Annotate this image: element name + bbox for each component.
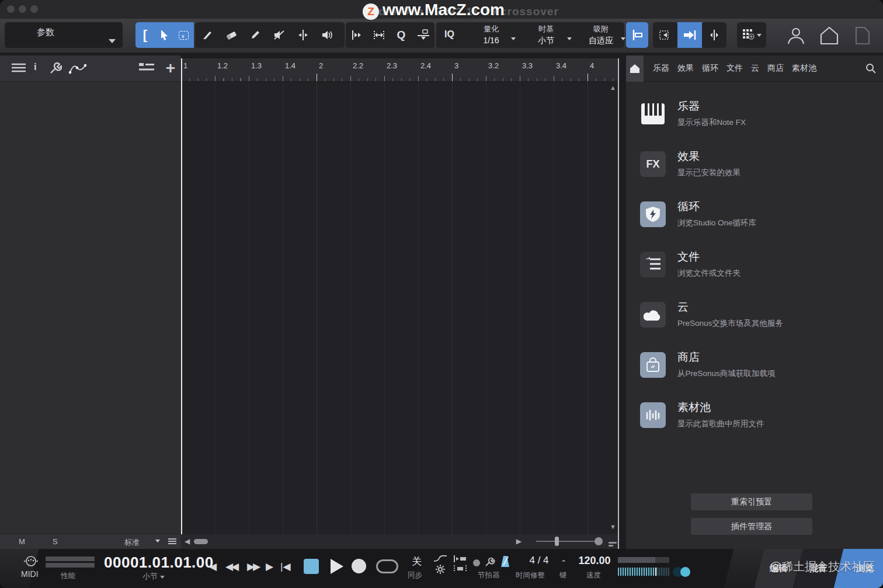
- scroll-up-arrow[interactable]: ▲: [610, 84, 616, 91]
- quantize-select[interactable]: 量化1/16: [470, 24, 512, 45]
- tab-pool[interactable]: 素材池: [792, 63, 816, 74]
- sync-state[interactable]: 关: [412, 555, 422, 568]
- timebase-select[interactable]: 时基小节: [525, 24, 567, 46]
- record-button[interactable]: [352, 559, 366, 573]
- browser-item-files[interactable]: 文件 浏览文件或文件夹: [640, 247, 874, 288]
- tempo-track-settings-icons[interactable]: [433, 555, 447, 574]
- reindex-presets-button[interactable]: 重索引预置: [691, 493, 812, 510]
- scroll-left-arrow[interactable]: ◀: [185, 537, 190, 545]
- snap-select[interactable]: 吸附自适应: [578, 24, 624, 46]
- key-value[interactable]: -: [558, 555, 569, 566]
- chevron-down-icon[interactable]: [511, 37, 516, 40]
- performance-label[interactable]: 性能: [61, 571, 75, 581]
- range-tool-icon[interactable]: x: [174, 22, 193, 48]
- play-button[interactable]: [331, 559, 343, 574]
- zoom-slider-handle[interactable]: [555, 537, 559, 546]
- scroll-right-arrow[interactable]: ▶: [516, 537, 522, 545]
- zoom-slider[interactable]: [536, 541, 600, 542]
- mute-all-button[interactable]: M: [19, 537, 25, 546]
- return-to-start-button[interactable]: |◀: [280, 561, 291, 573]
- zoom-slider-knob[interactable]: [595, 537, 603, 545]
- bracket-tool-icon[interactable]: [: [135, 22, 155, 48]
- timestretch-icon[interactable]: [368, 22, 390, 48]
- inspector-icon[interactable]: i: [34, 61, 37, 73]
- follow-cursor-button[interactable]: [677, 22, 702, 48]
- macro-grid-dropdown[interactable]: [737, 22, 766, 48]
- listen-tool-icon[interactable]: [315, 22, 339, 48]
- zoom-preset-icons[interactable]: [609, 541, 617, 548]
- track-edit-view-button[interactable]: [653, 22, 677, 48]
- zoom-window-button[interactable]: [30, 5, 38, 13]
- metronome-icon[interactable]: [499, 555, 512, 569]
- time-display[interactable]: 00001.01.01.00: [104, 554, 203, 572]
- marker-precount-icons[interactable]: [453, 555, 467, 573]
- user-account-icon[interactable]: [786, 26, 806, 48]
- midi-monitor-icon[interactable]: [23, 556, 39, 569]
- browser-item-effects[interactable]: FX 效果 显示已安装的效果: [640, 147, 874, 187]
- next-bar-button[interactable]: ▶: [266, 561, 272, 573]
- shield-bolt-icon: [640, 201, 666, 227]
- chevron-down-icon[interactable]: [621, 37, 625, 40]
- tempo-value[interactable]: 120.00: [575, 555, 614, 567]
- monitor-toggle[interactable]: [673, 567, 690, 577]
- arrow-tool-icon[interactable]: [155, 22, 174, 48]
- loop-button[interactable]: [376, 559, 398, 573]
- rewind-button[interactable]: ◀◀: [225, 561, 237, 573]
- cloud-icon: [640, 302, 666, 328]
- flatten-tool-icon[interactable]: [412, 22, 434, 48]
- split-knife-tool-icon[interactable]: [195, 22, 219, 48]
- params-dropdown[interactable]: 参数: [5, 22, 123, 48]
- browser-item-cloud[interactable]: 云 PreSonus交换市场及其他服务: [640, 297, 874, 338]
- footer-menu-icon[interactable]: [168, 538, 176, 547]
- plugin-manager-button[interactable]: 插件管理器: [691, 518, 812, 535]
- browser-home-tab[interactable]: [626, 55, 644, 82]
- close-window-button[interactable]: [7, 5, 15, 13]
- tab-files[interactable]: 文件: [726, 63, 743, 74]
- minimize-window-button[interactable]: [19, 5, 26, 13]
- pencil-tool-icon[interactable]: [243, 22, 267, 48]
- track-list-panel: i + M S 标准: [0, 55, 181, 549]
- solo-all-button[interactable]: S: [53, 537, 58, 546]
- bend-tool-icon[interactable]: [291, 22, 315, 48]
- track-list-options-icon[interactable]: [139, 63, 154, 76]
- tab-shop[interactable]: 商店: [767, 63, 784, 74]
- automation-curve-icon[interactable]: [69, 62, 86, 77]
- tab-loops[interactable]: 循环: [702, 63, 718, 74]
- playhead-cursor[interactable]: [181, 58, 182, 534]
- hscroll-thumb[interactable]: [194, 539, 208, 544]
- iq-label[interactable]: IQ: [444, 29, 454, 40]
- browser-item-pool[interactable]: 素材池 显示此首歌曲中所用文件: [640, 398, 874, 439]
- quantize-q-icon[interactable]: Q: [390, 22, 412, 48]
- timestretch-left-icon[interactable]: [346, 22, 368, 48]
- browser-item-instruments[interactable]: 乐器 显示乐器和Note FX: [640, 96, 874, 137]
- browser-item-shop[interactable]: 商店 从PreSonus商城获取加载项: [640, 347, 874, 388]
- mute-tool-icon[interactable]: [267, 22, 291, 48]
- horizontal-scrollbar[interactable]: ◀ ▶: [181, 534, 618, 549]
- search-icon[interactable]: [865, 63, 876, 76]
- time-unit-select[interactable]: 小节: [104, 571, 203, 582]
- autoscroll-button[interactable]: [626, 22, 648, 48]
- metronome-setup-wrench-icon[interactable]: [485, 556, 495, 569]
- timeline-ruler[interactable]: 1 1.2 1.3 1.4 2 2.2 2.3 2.4 3 3.2 3.3 3.…: [181, 58, 618, 82]
- stop-button[interactable]: [304, 559, 319, 574]
- time-signature-value[interactable]: 4 / 4: [519, 555, 559, 566]
- tab-instruments[interactable]: 乐器: [653, 63, 669, 74]
- chevron-down-icon[interactable]: [155, 540, 160, 542]
- track-height-select[interactable]: 标准: [124, 537, 140, 548]
- tab-cloud[interactable]: 云: [751, 63, 759, 74]
- arrange-grid[interactable]: [181, 82, 618, 534]
- scroll-down-arrow[interactable]: ▼: [610, 523, 616, 530]
- chevron-down-icon[interactable]: [567, 37, 572, 40]
- metronome-dot-icon[interactable]: [473, 559, 480, 566]
- track-setup-wrench-icon[interactable]: [49, 62, 62, 77]
- track-menu-icon[interactable]: [12, 63, 26, 76]
- home-page-icon[interactable]: [819, 26, 840, 48]
- document-icon[interactable]: [854, 26, 871, 48]
- eraser-tool-icon[interactable]: [219, 22, 243, 48]
- add-track-button[interactable]: +: [166, 59, 175, 78]
- browser-item-loops[interactable]: 循环 浏览Studio One循环库: [640, 197, 874, 238]
- prev-bar-button[interactable]: ◀: [209, 561, 215, 573]
- fast-forward-button[interactable]: ▶▶: [247, 561, 259, 573]
- split-view-button[interactable]: [702, 22, 726, 48]
- tab-effects[interactable]: 效果: [677, 63, 694, 74]
